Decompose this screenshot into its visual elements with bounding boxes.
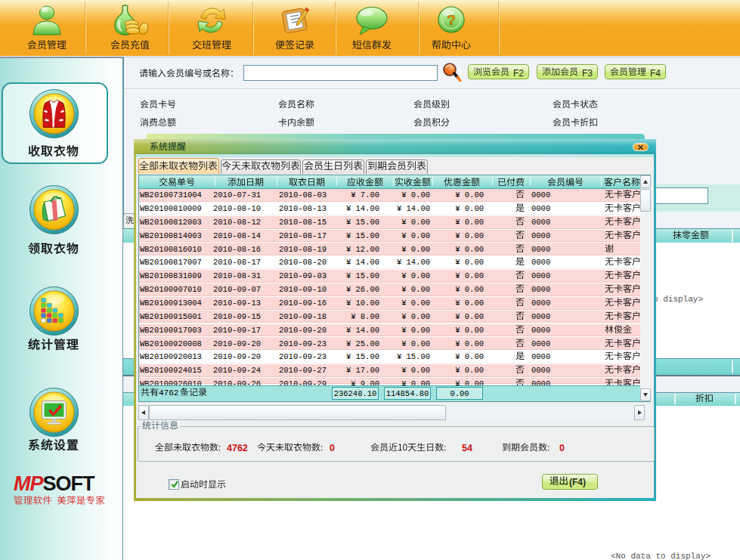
- svg-text:?: ?: [447, 12, 456, 28]
